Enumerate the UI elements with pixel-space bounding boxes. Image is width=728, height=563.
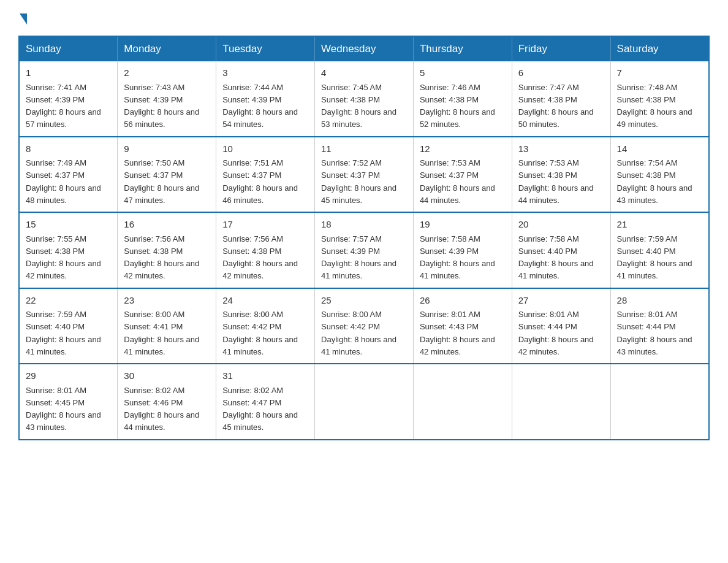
calendar-cell: 29Sunrise: 8:01 AMSunset: 4:45 PMDayligh… [19,364,118,440]
week-row-4: 22Sunrise: 7:59 AMSunset: 4:40 PMDayligh… [19,288,709,364]
day-info: Sunrise: 8:02 AMSunset: 4:46 PMDaylight:… [124,386,199,432]
day-number: 5 [420,66,506,80]
day-info: Sunrise: 8:01 AMSunset: 4:44 PMDaylight:… [617,310,692,356]
day-number: 30 [124,369,210,383]
day-info: Sunrise: 8:00 AMSunset: 4:42 PMDaylight:… [222,310,298,356]
calendar-cell: 7Sunrise: 7:48 AMSunset: 4:38 PMDaylight… [610,61,709,137]
day-info: Sunrise: 7:59 AMSunset: 4:40 PMDaylight:… [26,310,101,356]
page-header [18,12,710,23]
calendar-cell: 19Sunrise: 7:58 AMSunset: 4:39 PMDayligh… [413,212,512,288]
calendar-header-row: SundayMondayTuesdayWednesdayThursdayFrid… [19,36,709,61]
header-monday: Monday [118,36,216,61]
header-saturday: Saturday [610,36,709,61]
day-number: 27 [518,294,604,308]
day-info: Sunrise: 7:55 AMSunset: 4:38 PMDaylight:… [26,234,101,281]
day-number: 15 [26,218,111,232]
day-number: 13 [518,142,604,156]
day-number: 24 [222,294,308,308]
day-info: Sunrise: 8:00 AMSunset: 4:42 PMDaylight:… [321,310,396,356]
calendar-cell: 30Sunrise: 8:02 AMSunset: 4:46 PMDayligh… [118,364,216,440]
day-number: 11 [321,142,407,156]
day-info: Sunrise: 7:57 AMSunset: 4:39 PMDaylight:… [321,234,396,281]
day-number: 17 [222,218,308,232]
calendar-cell: 3Sunrise: 7:44 AMSunset: 4:39 PMDaylight… [216,61,315,137]
calendar-cell: 28Sunrise: 8:01 AMSunset: 4:44 PMDayligh… [610,288,709,364]
day-number: 8 [26,142,111,156]
day-number: 6 [518,66,604,80]
day-info: Sunrise: 8:02 AMSunset: 4:47 PMDaylight:… [222,386,298,432]
day-number: 20 [518,218,604,232]
week-row-1: 1Sunrise: 7:41 AMSunset: 4:39 PMDaylight… [19,61,709,137]
day-info: Sunrise: 8:01 AMSunset: 4:44 PMDaylight:… [518,310,594,356]
day-number: 1 [26,66,111,80]
calendar-cell: 26Sunrise: 8:01 AMSunset: 4:43 PMDayligh… [413,288,512,364]
day-number: 12 [420,142,506,156]
day-info: Sunrise: 7:51 AMSunset: 4:37 PMDaylight:… [222,158,298,205]
day-number: 28 [617,294,702,308]
day-number: 3 [222,66,308,80]
day-number: 4 [321,66,407,80]
day-info: Sunrise: 8:00 AMSunset: 4:41 PMDaylight:… [124,310,199,356]
day-number: 22 [26,294,111,308]
day-number: 31 [222,369,308,383]
day-number: 10 [222,142,308,156]
calendar-cell [610,364,709,440]
calendar-cell: 1Sunrise: 7:41 AMSunset: 4:39 PMDaylight… [19,61,118,137]
day-info: Sunrise: 7:59 AMSunset: 4:40 PMDaylight:… [617,234,692,281]
calendar-cell: 4Sunrise: 7:45 AMSunset: 4:38 PMDaylight… [315,61,414,137]
header-sunday: Sunday [19,36,118,61]
week-row-2: 8Sunrise: 7:49 AMSunset: 4:37 PMDaylight… [19,137,709,213]
day-info: Sunrise: 7:44 AMSunset: 4:39 PMDaylight:… [222,83,298,129]
calendar-cell: 21Sunrise: 7:59 AMSunset: 4:40 PMDayligh… [610,212,709,288]
day-number: 19 [420,218,506,232]
day-info: Sunrise: 7:52 AMSunset: 4:37 PMDaylight:… [321,158,396,205]
calendar-cell: 15Sunrise: 7:55 AMSunset: 4:38 PMDayligh… [19,212,118,288]
logo-arrow-icon [20,13,27,25]
header-friday: Friday [512,36,610,61]
day-info: Sunrise: 7:43 AMSunset: 4:39 PMDaylight:… [124,83,199,129]
calendar-cell: 12Sunrise: 7:53 AMSunset: 4:37 PMDayligh… [413,137,512,213]
day-number: 2 [124,66,210,80]
calendar-cell: 16Sunrise: 7:56 AMSunset: 4:38 PMDayligh… [118,212,216,288]
day-info: Sunrise: 8:01 AMSunset: 4:43 PMDaylight:… [420,310,495,356]
day-number: 29 [26,369,111,383]
day-info: Sunrise: 7:58 AMSunset: 4:39 PMDaylight:… [420,234,495,281]
calendar-cell: 25Sunrise: 8:00 AMSunset: 4:42 PMDayligh… [315,288,414,364]
day-info: Sunrise: 7:47 AMSunset: 4:38 PMDaylight:… [518,83,594,129]
calendar-cell: 18Sunrise: 7:57 AMSunset: 4:39 PMDayligh… [315,212,414,288]
calendar-cell: 22Sunrise: 7:59 AMSunset: 4:40 PMDayligh… [19,288,118,364]
day-info: Sunrise: 7:46 AMSunset: 4:38 PMDaylight:… [420,83,495,129]
calendar-cell: 5Sunrise: 7:46 AMSunset: 4:38 PMDaylight… [413,61,512,137]
day-number: 9 [124,142,210,156]
calendar-cell [413,364,512,440]
calendar-cell: 11Sunrise: 7:52 AMSunset: 4:37 PMDayligh… [315,137,414,213]
day-info: Sunrise: 7:53 AMSunset: 4:37 PMDaylight:… [420,158,495,205]
day-number: 18 [321,218,407,232]
day-info: Sunrise: 7:56 AMSunset: 4:38 PMDaylight:… [222,234,298,281]
calendar-cell [512,364,610,440]
week-row-3: 15Sunrise: 7:55 AMSunset: 4:38 PMDayligh… [19,212,709,288]
day-info: Sunrise: 7:48 AMSunset: 4:38 PMDaylight:… [617,83,692,129]
day-number: 26 [420,294,506,308]
header-thursday: Thursday [413,36,512,61]
calendar-cell: 8Sunrise: 7:49 AMSunset: 4:37 PMDaylight… [19,137,118,213]
calendar-cell: 6Sunrise: 7:47 AMSunset: 4:38 PMDaylight… [512,61,610,137]
calendar-cell: 31Sunrise: 8:02 AMSunset: 4:47 PMDayligh… [216,364,315,440]
day-number: 23 [124,294,210,308]
calendar-cell [315,364,414,440]
day-number: 16 [124,218,210,232]
calendar-cell: 23Sunrise: 8:00 AMSunset: 4:41 PMDayligh… [118,288,216,364]
header-tuesday: Tuesday [216,36,315,61]
day-info: Sunrise: 7:49 AMSunset: 4:37 PMDaylight:… [26,158,101,205]
day-info: Sunrise: 7:41 AMSunset: 4:39 PMDaylight:… [26,83,101,129]
day-number: 25 [321,294,407,308]
day-info: Sunrise: 8:01 AMSunset: 4:45 PMDaylight:… [26,386,101,432]
day-info: Sunrise: 7:54 AMSunset: 4:38 PMDaylight:… [617,158,692,205]
logo [18,12,27,23]
calendar-table: SundayMondayTuesdayWednesdayThursdayFrid… [18,36,710,440]
day-number: 7 [617,66,702,80]
calendar-cell: 17Sunrise: 7:56 AMSunset: 4:38 PMDayligh… [216,212,315,288]
day-info: Sunrise: 7:50 AMSunset: 4:37 PMDaylight:… [124,158,199,205]
header-wednesday: Wednesday [315,36,414,61]
calendar-cell: 2Sunrise: 7:43 AMSunset: 4:39 PMDaylight… [118,61,216,137]
